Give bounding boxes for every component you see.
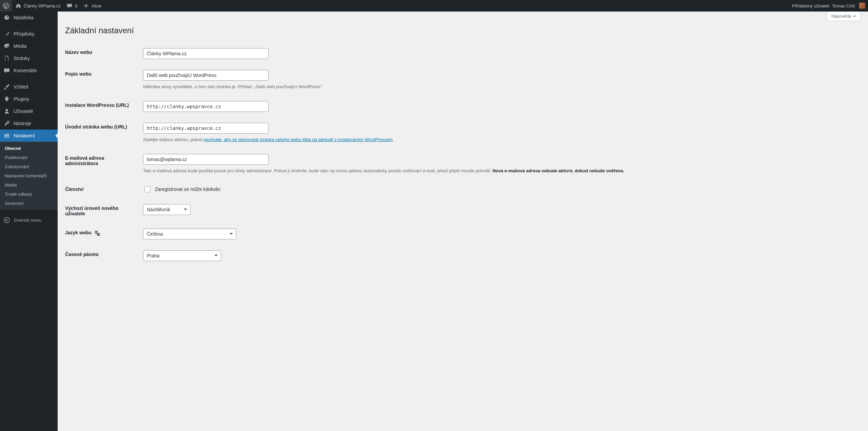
menu-plugins[interactable]: Pluginy [0,93,58,105]
chevron-down-icon [853,15,856,18]
home-icon [15,2,22,9]
input-siteurl[interactable] [143,101,269,112]
dashboard-icon [3,14,10,21]
description-admin-email-strong: Nová e-mailová adresa nebude aktivní, do… [492,168,624,173]
collapse-label: Zmenšit menu [14,218,41,223]
input-blogdescription[interactable] [143,70,269,81]
menu-appearance[interactable]: Vzhled [0,81,58,93]
translation-icon [94,230,100,236]
wrench-icon [3,120,10,127]
checkbox-users-can-register[interactable] [144,186,151,192]
menu-label: Média [14,43,26,49]
help-tab[interactable]: Nápověda [827,12,861,21]
svg-point-1 [4,217,9,223]
submenu-general[interactable]: Obecné [0,144,58,153]
menu-label: Uživatelé [14,109,33,114]
pages-icon [3,55,10,62]
comment-icon [3,67,10,74]
description-home-post: . [393,137,394,142]
label-blogdescription: Popis webu [65,71,92,77]
description-home-pre: Zadejte stejnou adresu, pokud [143,137,204,142]
label-users-can-register: Zaregistrovat se může kdokoliv [155,187,220,192]
label-siteurl: Instalace WordPressu (URL) [65,102,129,108]
site-name-menu[interactable]: Články WPlama.cz [12,0,63,12]
admin-toolbar: Články WPlama.cz 0 Akce Přihlášený uživa… [0,0,868,12]
menu-label: Komentáře [14,68,37,73]
menu-media[interactable]: Média [0,40,58,52]
menu-dashboard[interactable]: Nástěnka [0,12,58,24]
menu-label: Příspěvky [14,31,34,37]
label-admin-email: E-mailová adresa administrátora [65,155,104,166]
select-default-role[interactable]: Návštěvník [143,204,191,215]
description-admin-email: Tato e-mailová adresa bude použita pouze… [143,168,857,174]
page-title: Základní nastavení [65,26,861,35]
label-home: Úvodní stránka webu (URL) [65,124,127,130]
submenu-writing[interactable]: Publikování [0,153,58,162]
menu-label: Nástroje [14,121,31,126]
link-home-help[interactable]: nechcete, aby se domovská stránka vašeho… [204,137,393,142]
submenu-reading[interactable]: Zobrazování [0,162,58,171]
input-admin-email[interactable] [143,154,269,165]
collapse-icon [3,217,10,223]
new-content-menu[interactable]: Akce [80,0,104,12]
menu-pages[interactable]: Stránky [0,52,58,64]
pin-icon [3,31,10,37]
help-tab-label: Nápověda [831,14,851,19]
menu-tools[interactable]: Nástroje [0,117,58,130]
new-content-label: Akce [92,3,101,8]
avatar [859,3,865,9]
menu-comments[interactable]: Komentáře [0,64,58,77]
description-admin-email-text: Tato e-mailová adresa bude použita pouze… [143,168,492,173]
user-display-name: Tomas Cirkl [832,3,855,8]
menu-label: Nastavení [14,133,35,138]
sliders-icon [3,132,10,139]
svg-point-0 [3,3,9,9]
submenu-media[interactable]: Média [0,180,58,190]
submenu-permalinks[interactable]: Trvalé odkazy [0,190,58,199]
media-icon [3,43,10,50]
description-tagline: Několika slovy vysvětlete, o čem tato st… [143,83,857,90]
wordpress-logo-menu[interactable] [0,0,12,12]
menu-settings[interactable]: Nastavení [0,130,58,142]
description-home: Zadejte stejnou adresu, pokud nechcete, … [143,136,857,143]
wordpress-logo-icon [3,2,9,9]
select-timezone[interactable]: Praha [143,250,221,261]
admin-menu: Nástěnka Příspěvky Média Stránky Komentá… [0,12,58,431]
site-name-label: Články WPlama.cz [24,3,61,8]
plug-icon [3,96,10,102]
menu-label: Vzhled [14,84,28,90]
comments-count: 0 [75,3,77,8]
menu-label: Pluginy [14,96,29,102]
label-site-language-text: Jazyk webu [65,230,92,235]
submenu-privacy[interactable]: Soukromí [0,199,58,208]
comments-icon [66,2,73,9]
plus-icon [83,2,90,9]
my-account[interactable]: Přihlášený uživatel: Tomas Cirkl [789,0,868,12]
select-site-language[interactable]: Čeština [143,229,236,239]
input-blogname[interactable] [143,48,269,59]
input-home[interactable] [143,123,269,134]
user-icon [3,108,10,115]
menu-label: Stránky [14,56,29,61]
menu-users[interactable]: Uživatelé [0,105,58,117]
brush-icon [3,83,10,90]
label-timezone: Časové pásmo [65,252,99,257]
settings-submenu: Obecné Publikování Zobrazování Nastavení… [0,142,58,210]
label-site-language: Jazyk webu [65,230,100,235]
comments-menu[interactable]: 0 [63,0,80,12]
label-membership: Členství [65,187,83,192]
menu-label: Nástěnka [14,15,34,20]
page-body: Nápověda Základní nastavení Název webu P… [58,12,868,280]
label-blogname: Název webu [65,50,92,55]
menu-posts[interactable]: Příspěvky [0,28,58,40]
howdy-prefix: Přihlášený uživatel: [792,3,830,8]
submenu-discussion[interactable]: Nastavení komentářů [0,171,58,180]
label-default-role: Výchozí úroveň nového uživatele [65,205,118,216]
collapse-menu[interactable]: Zmenšit menu [0,214,58,226]
